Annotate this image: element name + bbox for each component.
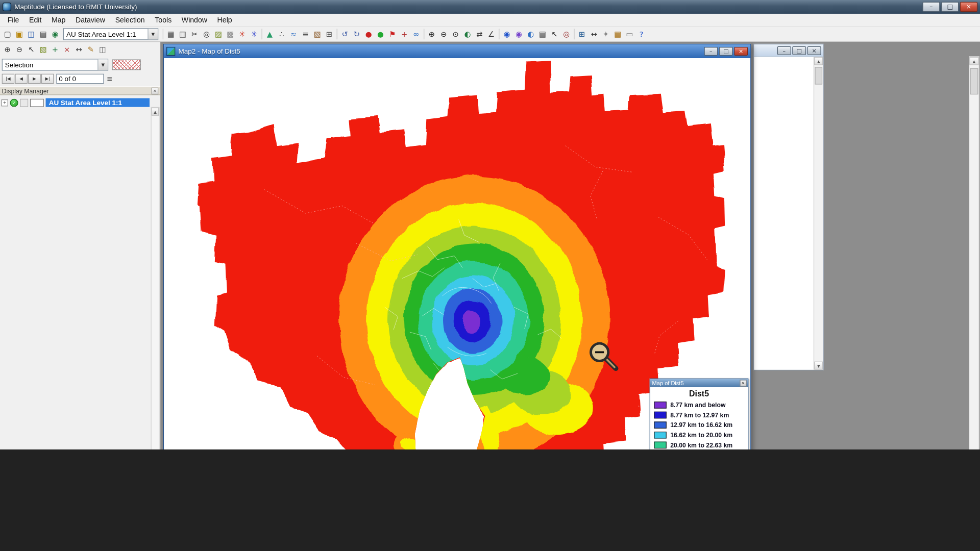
surface-theme-icon[interactable]: ≈ [288,29,299,40]
copy-tool-icon[interactable]: ◫ [97,44,108,55]
pan-icon[interactable]: ↔ [589,29,600,40]
maximize-button[interactable]: □ [719,47,733,56]
select-by-condition-icon[interactable]: ▨ [213,29,224,40]
background-window[interactable]: – □ × ▲ ▼ [753,44,823,370]
scroll-thumb[interactable] [970,68,978,94]
dataview-icon[interactable]: ▥ [177,29,188,40]
cut-icon[interactable]: ✂ [189,29,200,40]
zoom-out-tool-icon[interactable]: ⊖ [14,44,25,55]
zoom-in-tool-icon[interactable]: ⊕ [2,44,13,55]
pointer-tool-icon[interactable]: ↖ [26,44,37,55]
zoom-extent-icon[interactable]: ⊙ [450,29,461,40]
layer-style-swatch[interactable] [30,98,44,107]
layer-selector-dropdown[interactable]: AU Stat Area Level 1:1 ▼ [63,28,158,40]
link-icon[interactable]: ∞ [410,29,422,40]
layer-visible-icon[interactable]: ✓ [10,98,18,107]
close-icon[interactable]: × [152,87,158,94]
undo-icon[interactable]: ↺ [339,29,351,40]
info-icon[interactable]: ◉ [501,29,512,40]
select-add-tool-icon[interactable]: + [50,44,61,55]
grid-icon[interactable]: ⊞ [576,29,587,40]
menu-item[interactable]: Tools [150,15,177,25]
symbol-theme-icon[interactable]: ✳ [249,29,260,40]
move-tool-icon[interactable]: ↔ [73,44,84,55]
live-map-icon[interactable]: ● [375,29,386,40]
help-pointer-icon[interactable]: ? [636,29,647,40]
key-icon[interactable]: ✦ [600,29,611,40]
save-file-icon[interactable]: ◫ [26,29,37,40]
display-manager-scrollbar[interactable]: ▲ ▼ [151,107,159,449]
close-button[interactable]: × [960,2,977,12]
legend-icon[interactable]: ▧ [312,29,323,40]
crosshair-icon[interactable]: ◎ [561,29,572,40]
layer-list-item[interactable]: + ✓ AU Stat Area Level 1:1 [1,97,150,108]
record-icon[interactable]: ● [363,29,374,40]
next-record-button[interactable]: ▶ [28,74,41,84]
selection-style-swatch[interactable] [112,59,140,70]
zoom-out-icon[interactable]: ⊖ [438,29,449,40]
layer-autoscale-icon[interactable] [20,98,28,107]
flag-icon[interactable]: ⚑ [387,29,398,40]
close-icon[interactable]: × [740,380,746,386]
record-counter-input[interactable] [56,74,104,84]
previous-record-button[interactable]: ◀ [15,74,28,84]
imagery-icon[interactable]: ▦ [612,29,623,40]
map-window-titlebar[interactable]: Map2 - Map of Dist5 – □ × [164,44,750,58]
record-tree-icon[interactable]: ≡ [105,74,115,84]
measure-icon[interactable]: ∠ [485,29,497,40]
menu-item[interactable]: File [3,15,24,25]
open-file-icon[interactable]: ▣ [14,29,25,40]
previous-view-icon[interactable]: ⇄ [474,29,485,40]
map-settings-icon[interactable]: ⊞ [324,29,335,40]
print-icon[interactable]: ▤ [38,29,49,40]
new-file-icon[interactable]: ▢ [2,29,13,40]
menu-item[interactable]: Window [177,15,212,25]
legend-titlebar[interactable]: Map of Dist5 × [650,379,748,387]
menu-item[interactable]: Dataview [70,15,110,25]
menu-item[interactable]: Help [212,15,237,25]
maximize-button[interactable]: □ [941,2,959,12]
scroll-up-icon[interactable]: ▲ [152,108,159,116]
menu-item[interactable]: Edit [24,15,46,25]
expand-icon[interactable]: + [1,99,8,106]
minimize-button[interactable]: – [704,47,718,56]
dot-density-icon[interactable]: ∴ [276,29,287,40]
color-theme-icon[interactable]: ✳ [236,29,248,40]
background-window-titlebar[interactable]: – □ × [754,44,823,57]
pin-icon[interactable]: + [399,29,410,40]
select-remove-tool-icon[interactable]: × [61,44,72,55]
new-dataview-icon[interactable]: ▦ [165,29,177,40]
menu-item[interactable]: Selection [110,15,150,25]
redo-icon[interactable]: ↻ [351,29,362,40]
layers-icon[interactable]: ≡ [300,29,311,40]
web-map-icon[interactable]: ◐ [525,29,536,40]
selection-set-dropdown[interactable]: Selection ▼ [2,59,108,70]
select-region-tool-icon[interactable]: ▧ [38,44,49,55]
last-record-button[interactable]: ▶| [41,74,54,84]
zoom-in-icon[interactable]: ⊕ [426,29,437,40]
fill-style-icon[interactable]: ▩ [225,29,236,40]
chart-theme-icon[interactable]: ▲ [264,29,275,40]
restore-button[interactable]: □ [792,46,806,55]
first-record-button[interactable]: |◀ [2,74,15,84]
scroll-down-icon[interactable]: ▼ [814,362,823,370]
scroll-thumb[interactable] [815,67,822,84]
multi-info-icon[interactable]: ◉ [513,29,524,40]
background-window-scrollbar[interactable]: ▲ ▼ [814,57,823,370]
minimize-button[interactable]: – [777,46,791,55]
scroll-up-icon[interactable]: ▲ [814,57,823,65]
workspace-scrollbar[interactable]: ▲ ▼ [969,56,979,449]
scroll-up-icon[interactable]: ▲ [969,57,978,65]
map-canvas[interactable]: ©2012 CALIPER Map of Dist5 × Dist5 8.77 … [164,58,750,449]
menu-item[interactable]: Map [46,15,70,25]
find-icon[interactable]: ◎ [201,29,212,40]
globe-icon[interactable]: ◐ [462,29,473,40]
minimize-button[interactable]: – [922,2,940,12]
edit-tool-icon[interactable]: ✎ [85,44,96,55]
print-map-icon[interactable]: ▤ [537,29,548,40]
map-librarian-icon[interactable]: ◉ [50,29,61,40]
layout-icon[interactable]: ▭ [624,29,635,40]
close-button[interactable]: × [807,46,821,55]
pointer-icon[interactable]: ↖ [549,29,560,40]
close-button[interactable]: × [734,47,748,56]
